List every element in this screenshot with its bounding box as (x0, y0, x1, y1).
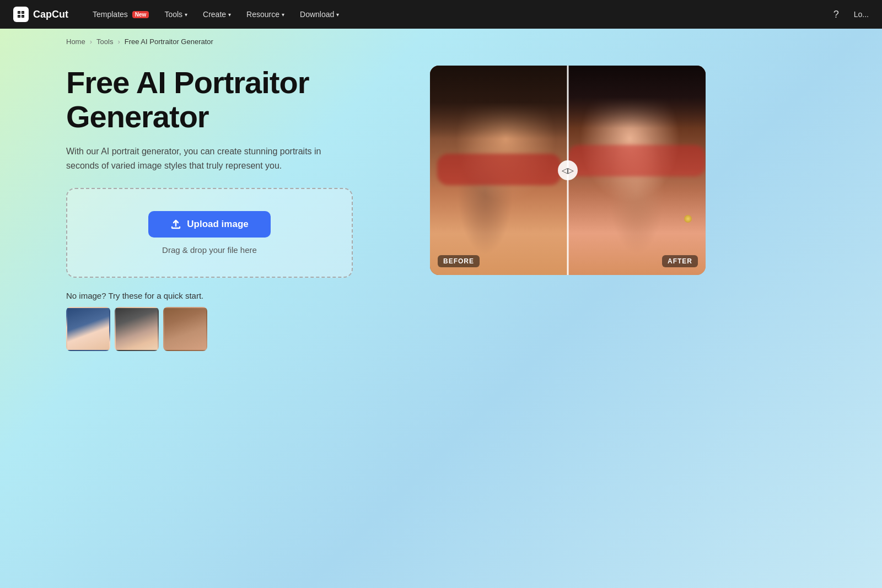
quick-start-thumbnails (66, 307, 397, 351)
navigation: CapCut Templates New Tools ▾ Create ▾ Re… (0, 0, 882, 29)
breadcrumb-current: Free AI Portraitor Generator (125, 37, 213, 46)
logo-text: CapCut (33, 9, 68, 20)
login-button[interactable]: Lo... (854, 10, 869, 19)
nav-resource-label: Resource (246, 10, 279, 19)
resource-chevron-icon: ▾ (282, 12, 284, 18)
login-label: Lo... (854, 10, 869, 19)
nav-tools-label: Tools (164, 10, 182, 19)
capcut-logo-icon (13, 7, 29, 22)
nav-create-label: Create (203, 10, 226, 19)
hero-left: Free AI Portraitor Generator With our AI… (66, 66, 397, 351)
quick-start-section: No image? Try these for a quick start. (66, 291, 397, 351)
quick-thumb-2[interactable] (115, 307, 159, 351)
nav-templates-label: Templates (93, 10, 128, 19)
help-button[interactable]: ? (827, 6, 845, 23)
before-after-section: BEFORE ◁▷ AFTER (430, 66, 706, 275)
download-chevron-icon: ▾ (336, 12, 339, 18)
quick-thumb-1[interactable] (66, 307, 110, 351)
after-glasses (568, 145, 706, 176)
upload-icon (170, 219, 181, 230)
create-chevron-icon: ▾ (228, 12, 231, 18)
before-glasses (437, 154, 561, 185)
nav-right: ? Lo... (827, 6, 869, 23)
page-title: Free AI Portraitor Generator (66, 66, 397, 133)
quick-thumb-3[interactable] (163, 307, 207, 351)
breadcrumb: Home › Tools › Free AI Portraitor Genera… (0, 29, 882, 55)
breadcrumb-sep-1: › (90, 37, 92, 46)
quick-start-label: No image? Try these for a quick start. (66, 291, 397, 300)
before-hair (430, 66, 568, 139)
upload-button-label: Upload image (187, 219, 248, 230)
breadcrumb-home[interactable]: Home (66, 37, 85, 46)
after-label: AFTER (662, 255, 698, 267)
after-panel: AFTER (568, 66, 706, 275)
nav-links: Templates New Tools ▾ Create ▾ Resource … (86, 7, 810, 22)
nav-create[interactable]: Create ▾ (196, 7, 238, 22)
drag-drop-hint: Drag & drop your file here (162, 245, 257, 255)
breadcrumb-sep-2: › (117, 37, 120, 46)
tools-chevron-icon: ▾ (185, 12, 187, 18)
before-label: BEFORE (438, 255, 480, 267)
nav-download[interactable]: Download ▾ (293, 7, 346, 22)
logo[interactable]: CapCut (13, 7, 68, 22)
new-badge: New (132, 11, 149, 18)
before-after-container: BEFORE ◁▷ AFTER (430, 66, 706, 275)
upload-dropzone[interactable]: Upload image Drag & drop your file here (66, 188, 353, 278)
nav-download-label: Download (300, 10, 334, 19)
before-panel: BEFORE (430, 66, 568, 275)
divider-handle[interactable]: ◁▷ (558, 160, 578, 180)
nav-tools[interactable]: Tools ▾ (158, 7, 194, 22)
after-earring (684, 215, 692, 223)
drag-handle-icon: ◁▷ (562, 166, 574, 175)
main-content: Home › Tools › Free AI Portraitor Genera… (0, 29, 882, 588)
after-hair (568, 66, 706, 128)
hero-description: With our AI portrait generator, you can … (66, 144, 331, 172)
svg-rect-0 (13, 7, 29, 22)
nav-templates[interactable]: Templates New (86, 7, 155, 22)
hero-section: Free AI Portraitor Generator With our AI… (0, 55, 882, 384)
question-icon: ? (833, 9, 839, 20)
breadcrumb-tools[interactable]: Tools (96, 37, 113, 46)
upload-image-button[interactable]: Upload image (148, 211, 270, 238)
nav-resource[interactable]: Resource ▾ (240, 7, 291, 22)
